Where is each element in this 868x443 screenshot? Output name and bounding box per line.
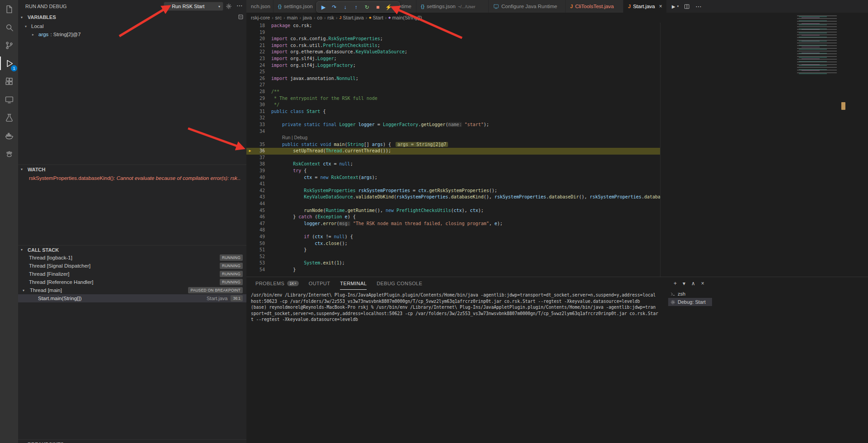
gutter: 39	[246, 168, 271, 174]
activity-remote-explorer-icon[interactable]	[0, 90, 18, 108]
gutter: 40	[246, 174, 271, 181]
breakpoint-gutter	[246, 194, 254, 201]
breadcrumb-co[interactable]: co	[317, 15, 322, 20]
close-panel-icon[interactable]: ×	[701, 280, 704, 287]
gear-icon[interactable]	[226, 3, 232, 10]
gutter: 24	[246, 62, 271, 69]
breadcrumb-rskj-core[interactable]: rskj-core	[251, 15, 270, 20]
code-text: }	[271, 267, 296, 273]
collapse-all-icon[interactable]	[238, 14, 244, 21]
tab-clitoolstest-java[interactable]: JCliToolsTest.java	[566, 0, 623, 13]
terminal-profile-dropdown-icon[interactable]: ▾	[683, 280, 685, 287]
watch-expression[interactable]: rskSystemProperties.databaseKind(): Cann…	[18, 174, 241, 182]
panel-tab-label: OUTPUT	[309, 281, 330, 286]
variables-scope-local[interactable]: ▾ Local	[18, 22, 246, 30]
terminal-line: sport=dt_socket,server=n,suspend=y,addre…	[251, 311, 660, 317]
panel-tab-label: PROBLEMS	[255, 281, 284, 286]
code-text: ctx.close();	[271, 240, 348, 247]
code-editor[interactable]: 18package co.rsk;1920import co.rsk.confi…	[246, 23, 660, 277]
thread-row-thread-finalizer[interactable]: Thread [Finalizer]RUNNING	[18, 270, 246, 278]
thread-label: Thread [Signal Dispatcher]	[29, 263, 90, 269]
terminal-list: zshDebug: Start	[668, 290, 712, 306]
thread-row-thread-signal-dispatcher[interactable]: Thread [Signal Dispatcher]RUNNING	[18, 262, 246, 270]
run-file-icon[interactable]: ▶	[672, 4, 675, 9]
stack-frame-row[interactable]: Start.main(String[])Start.java36:1	[18, 294, 246, 302]
step-over-icon[interactable]: ↷	[330, 4, 339, 10]
activity-search-icon[interactable]	[0, 18, 18, 36]
breakpoints-section-header[interactable]: ▸ BREAKPOINTS	[18, 439, 246, 443]
panel-tab-problems[interactable]: PROBLEMS1K+	[255, 277, 299, 290]
restart-icon[interactable]: ↻	[362, 4, 372, 10]
variables-section-header[interactable]: ▾ VARIABLES	[18, 13, 246, 22]
gutter: 46	[246, 214, 271, 221]
step-out-icon[interactable]: ↑	[351, 4, 361, 10]
activity-extensions-icon[interactable]	[0, 72, 18, 90]
terminal-tab-debug-start[interactable]: Debug: Start	[668, 298, 712, 306]
thread-row-thread-main[interactable]: ▾Thread [main]PAUSED ON BREAKPOINT	[18, 286, 246, 294]
code-text: }	[271, 247, 307, 254]
breadcrumb-start-java[interactable]: JStart.java	[339, 15, 363, 20]
run-and-debug-sidebar: RUN AND DEBUG ▶ Run RSK Start ▾ ⋯ ▾ VARI…	[18, 0, 246, 443]
panel-tab-debug-console[interactable]: DEBUG CONSOLE	[377, 277, 422, 290]
breadcrumb-src[interactable]: src	[275, 15, 282, 20]
watch-section-header[interactable]: ▾ WATCH	[18, 165, 246, 174]
panel-tab-output[interactable]: OUTPUT	[309, 277, 330, 290]
line-number: 18	[254, 23, 271, 29]
variable-args[interactable]: ▸ args: String[2]@7	[18, 30, 246, 38]
line-number: 36	[254, 148, 271, 155]
code-text: runNode(Runtime.getRuntime(), new Prefli…	[271, 207, 484, 214]
tab-start-java[interactable]: JStart.java×	[623, 0, 667, 13]
continue-icon[interactable]: ▶	[319, 4, 328, 10]
breakpoint-gutter	[246, 214, 254, 221]
gutter: 32	[246, 115, 271, 122]
activity-paw-icon[interactable]	[0, 145, 18, 163]
new-terminal-icon[interactable]: +	[674, 280, 677, 287]
maximize-panel-icon[interactable]: ∧	[691, 280, 695, 287]
gutter: 42	[246, 188, 271, 194]
thread-row-thread-reference-handler[interactable]: Thread [Reference Handler]RUNNING	[18, 278, 246, 286]
code-lens[interactable]: Run | Debug	[271, 135, 307, 141]
breakpoint-gutter	[246, 207, 254, 214]
more-actions-icon[interactable]: ⋯	[695, 3, 702, 10]
activity-testing-icon[interactable]	[0, 108, 18, 127]
tab-settings-json[interactable]: {}settings.json~/.../User	[416, 0, 489, 13]
split-icon[interactable]	[684, 4, 690, 9]
problems-count-badge: 1K+	[287, 281, 298, 286]
tab-configure-java-runtime[interactable]: Configure Java Runtime	[489, 0, 566, 13]
watch-expression-name: rskSystemProperties.databaseKind():	[29, 175, 115, 181]
breadcrumb-main[interactable]: main	[287, 15, 298, 20]
breadcrumb-java[interactable]: java	[303, 15, 312, 20]
breakpoint-gutter	[246, 141, 254, 148]
gutter: 25	[246, 69, 271, 75]
terminal-output[interactable]: /usr/bin/env /Library/Internet\ Plug-Ins…	[251, 292, 660, 323]
breadcrumb: rskj-core›src›main›java›co›rsk›JStart.ja…	[246, 13, 660, 23]
terminal-tab-zsh[interactable]: zsh	[668, 290, 712, 298]
breakpoint-gutter	[246, 95, 254, 102]
call-stack-section-header[interactable]: ▾ CALL STACK	[18, 245, 246, 254]
variables-header-label: VARIABLES	[28, 14, 56, 20]
more-actions-icon[interactable]: ⋯	[236, 2, 243, 9]
code-line: 40 ctx = new RskContext(args);	[246, 174, 660, 181]
close-icon[interactable]: ×	[659, 3, 662, 9]
breadcrumb-separator: ›	[272, 15, 273, 20]
breadcrumb-start[interactable]: ◆Start	[369, 15, 383, 20]
panel-tab-terminal[interactable]: TERMINAL	[340, 277, 367, 290]
activity-explorer-icon[interactable]	[0, 0, 18, 18]
thread-row-thread-logback-1[interactable]: Thread [logback-1]RUNNING	[18, 254, 246, 262]
breadcrumb-separator: ›	[299, 15, 301, 20]
line-number: 29	[254, 95, 271, 102]
minimap[interactable]	[797, 15, 840, 75]
tab-label: Start.java	[633, 4, 655, 9]
breadcrumb-rsk[interactable]: rsk	[327, 15, 334, 20]
current-line-arrow-icon[interactable]: ▶	[246, 148, 254, 155]
hot-code-replace-dropdown-icon[interactable]: ▾	[393, 5, 397, 9]
step-into-icon[interactable]: ↓	[340, 4, 350, 10]
tab-nch-json[interactable]: nch.json	[246, 0, 274, 13]
stop-icon[interactable]: ■	[373, 4, 382, 10]
launch-config-dropdown[interactable]: ▶ Run RSK Start ▾	[164, 2, 223, 11]
activity-run-and-debug-icon[interactable]: 1	[0, 54, 18, 72]
hot-code-replace-icon[interactable]: ⚡	[384, 4, 393, 10]
activity-source-control-icon[interactable]	[0, 36, 18, 54]
breadcrumb-main-string[interactable]: ◆main(String[])	[388, 15, 422, 20]
activity-docker-icon[interactable]	[0, 127, 18, 145]
